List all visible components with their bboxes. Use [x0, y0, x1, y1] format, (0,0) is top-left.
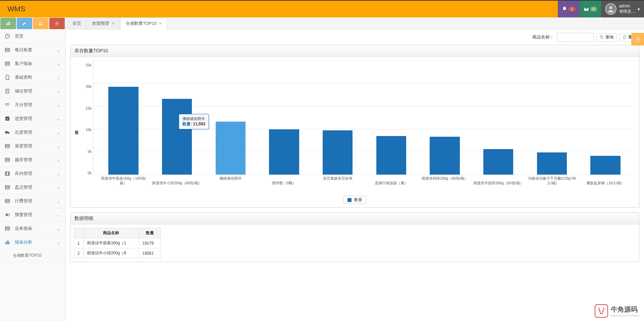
user-name: admin [619, 4, 636, 9]
sidebar-item-label: 盘点管理 [15, 184, 57, 190]
x-label2-1: 厨道佳牛小排200g（60包/箱） [150, 181, 204, 185]
close-icon[interactable]: ✕ [111, 21, 115, 26]
row-name: 厨道佳牛小排200g（6 [83, 248, 139, 258]
tab-label: 效期预警 [92, 20, 109, 26]
sidebar-item-3[interactable]: 基础资料 ⌄ [0, 71, 65, 84]
sidebar-item-15[interactable]: 报表分析 ⌄ [0, 236, 65, 249]
bar-1[interactable] [150, 60, 204, 175]
chart-panel: 库存数量TOP10 数量 25k20k15k10k5k0k 厨道佳牛肋条160g… [70, 45, 639, 208]
chevron-down-icon: ⌄ [57, 212, 60, 217]
chevron-down-icon: ⌄ [57, 103, 60, 108]
svg-rect-1 [6, 23, 7, 25]
bar-8[interactable] [525, 60, 579, 175]
bell-icon [562, 6, 567, 12]
settings-drawer-toggle[interactable] [631, 33, 644, 46]
bar-rect [162, 99, 192, 175]
film-icon [5, 171, 11, 176]
svg-point-5 [41, 22, 42, 23]
svg-rect-20 [5, 144, 9, 148]
quick-users-button[interactable] [33, 18, 49, 29]
sidebar-item-4[interactable]: 储位管理 ⌄ [0, 84, 65, 98]
sidebar-item-label: 进货管理 [15, 116, 57, 122]
chevron-down-icon: ⌄ [57, 185, 60, 190]
table-panel-title: 数据明细 [70, 213, 639, 224]
bar-6[interactable] [418, 60, 472, 175]
bar-0[interactable] [97, 60, 150, 175]
user-menu[interactable]: admin 管理员 ... ▾ [601, 1, 644, 17]
x-label2-8 [525, 181, 579, 185]
sidebar-item-label: 越库管理 [15, 157, 57, 163]
close-icon[interactable]: ✕ [159, 21, 162, 26]
sidebar-item-6[interactable]: 进货管理 ⌄ [0, 112, 65, 126]
chevron-down-icon: ⌄ [57, 75, 60, 80]
bar-2[interactable] [204, 60, 257, 175]
sidebar-item-1[interactable]: 每日检查 ⌄ [0, 43, 65, 57]
sidebar-item-7[interactable]: 出货管理 ⌄ [0, 126, 65, 139]
table-row[interactable]: 2 厨道佳牛小排200g（6 16561 [74, 248, 161, 258]
y-tick: 25k [86, 63, 92, 67]
user-role: 管理员 ... [619, 9, 636, 14]
y-tick: 5k [88, 149, 92, 153]
sidebar-item-label: 预警管理 [15, 212, 57, 218]
bar-3[interactable] [257, 60, 311, 175]
submenu-item-active[interactable]: 仓储数量TOP10 [0, 249, 65, 262]
table-header: 数量 [139, 228, 161, 238]
legend-label: 数量 [354, 197, 362, 203]
sidebar-item-10[interactable]: 库内管理 ⌄ [0, 167, 65, 181]
svg-rect-21 [5, 158, 9, 162]
y-axis: 25k20k15k10k5k0k [82, 60, 93, 194]
y-tick: 20k [86, 84, 92, 88]
svg-rect-3 [9, 21, 10, 25]
product-name-input[interactable] [557, 33, 594, 42]
bar-9[interactable] [579, 60, 632, 175]
data-table: 商品名称数量 1 厨道佳牛肋条160g（1 191792 厨道佳牛小排200g（… [74, 228, 161, 258]
sidebar-item-label: 储位管理 [15, 88, 57, 94]
chevron-down-icon: ⌄ [57, 199, 60, 204]
file-icon [5, 75, 11, 80]
quick-settings-button[interactable] [49, 18, 65, 29]
sidebar-item-5[interactable]: 月台管理 ⌄ [0, 98, 65, 112]
row-qty: 19179 [139, 238, 161, 248]
x-label2-7: 厨道佳羊肋排260g（60包/箱） [472, 181, 525, 185]
chart: 数量 25k20k15k10k5k0k 厨道佳牛肋条160g（100包/箱）佛跳… [74, 60, 636, 194]
notifications-button[interactable]: 2 [558, 1, 579, 17]
bar-7[interactable] [472, 60, 525, 175]
sidebar-item-9[interactable]: 越库管理 ⌄ [0, 153, 65, 167]
sidebar-item-12[interactable]: 计费管理 ⌄ [0, 194, 65, 208]
legend-item[interactable]: 数量 [343, 196, 367, 204]
sidebar-item-label: 出货管理 [15, 129, 57, 135]
sidebar-item-14[interactable]: 业务报表 ⌄ [0, 222, 65, 236]
x-label2-0 [97, 181, 150, 185]
sidebar-item-label: 月台管理 [15, 102, 57, 108]
bar-rect [483, 149, 513, 175]
x-label2-4 [311, 181, 365, 185]
sidebar-item-8[interactable]: 退货管理 ⌄ [0, 139, 65, 153]
sidebar-item-label: 库内管理 [15, 171, 57, 177]
quick-edit-button[interactable] [17, 18, 33, 29]
sidebar-item-11[interactable]: 盘点管理 ⌄ [0, 181, 65, 194]
search-button[interactable]: 查询 [596, 33, 616, 42]
svg-rect-24 [5, 199, 9, 203]
bar-5[interactable] [365, 60, 418, 175]
tab-2[interactable]: 仓储数量TOP10✕ [120, 17, 167, 29]
sidebar-item-13[interactable]: 预警管理 ⌄ [0, 208, 65, 222]
svg-rect-8 [5, 48, 9, 52]
svg-rect-28 [8, 240, 8, 244]
sidebar-item-2[interactable]: 客户报表 ⌄ [0, 57, 65, 71]
sidebar-item-label: 基础资料 [15, 74, 57, 80]
chevron-down-icon: ⌄ [57, 89, 60, 94]
list-icon [5, 157, 11, 163]
tab-0[interactable]: 首页 [67, 17, 86, 29]
sidebar-item-0[interactable]: 首页 [0, 29, 65, 43]
messages-button[interactable]: 0 [580, 1, 601, 17]
y-tick: 0k [88, 171, 92, 175]
svg-rect-29 [9, 242, 9, 244]
tab-1[interactable]: 效期预警✕ [87, 17, 120, 29]
quick-stats-button[interactable] [0, 18, 16, 29]
svg-rect-10 [6, 89, 9, 93]
table-row[interactable]: 1 厨道佳牛肋条160g（1 19179 [74, 238, 161, 248]
bar-4[interactable] [311, 60, 365, 175]
dashboard-icon [5, 34, 11, 39]
tab-label: 首页 [72, 20, 81, 26]
sidebar: 首页 每日检查 ⌄ 客户报表 ⌄ 基础资料 ⌄ 储位管理 ⌄ 月台管理 ⌄ 进货… [0, 17, 65, 321]
